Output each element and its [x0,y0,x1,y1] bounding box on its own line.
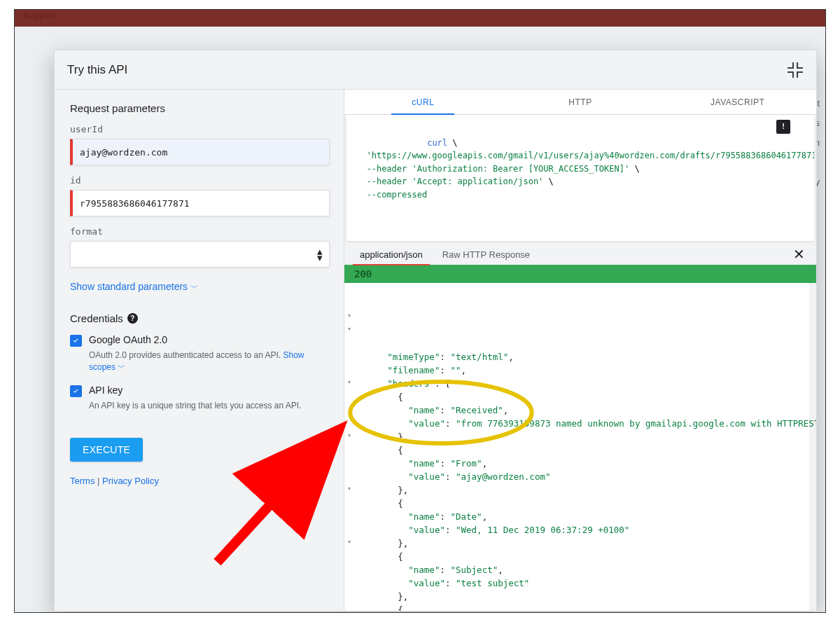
json-line: { [356,603,816,611]
request-parameters-title: Request parameters [70,102,330,114]
try-api-panel: Try this API Request parameters userId [54,50,817,611]
apikey-label: API key [89,385,122,396]
json-line: "value": "test subject" [356,576,816,590]
json-line: "value": "Wed, 11 Dec 2019 06:37:29 +010… [356,523,816,537]
json-line: "name": "Received", [356,403,816,417]
credentials-title: Credentials [70,312,123,324]
chevron-down-icon: ﹀ [190,283,198,291]
tab-http[interactable]: HTTP [502,90,659,114]
copy-icon[interactable] [794,120,808,134]
code-sample: ! curl \ 'https://www.googleapis.com/gma… [346,115,814,241]
json-line: }, [356,537,816,550]
show-standard-parameters-link[interactable]: Show standard parameters ﹀ [70,281,198,292]
status-code: 200 [344,265,816,283]
json-line: "name": "Subject", [356,563,816,576]
id-input[interactable] [70,190,330,216]
code-tabs: cURL HTTP JAVASCRIPT [344,90,816,115]
support-link[interactable]: Support [23,11,57,20]
info-icon[interactable]: ! [776,120,790,134]
format-select[interactable] [70,241,330,268]
panel-title: Try this API [67,63,127,77]
footer-links: Terms | Privacy Policy [70,476,330,486]
json-line: "value": "ajay@wordzen.com" [356,470,816,483]
json-line: }, [356,590,816,603]
format-label: format [70,226,330,237]
fold-toggle-icon[interactable]: ▾ [346,485,353,492]
fold-toggle-icon[interactable]: ▾ [346,379,353,386]
id-label: id [70,175,330,186]
json-line: { [356,443,816,457]
userid-input[interactable] [70,139,330,165]
json-line: { [356,550,816,563]
fold-toggle-icon[interactable]: ▾ [346,312,353,319]
fold-toggle-icon[interactable]: ▾ [346,432,353,439]
fold-toggle-icon[interactable]: ▾ [346,539,353,546]
terms-link[interactable]: Terms [70,476,94,486]
json-line: "name": "Date", [356,510,816,523]
json-line: { [356,497,816,510]
json-line: "value": "from 776393159873 named unknow… [356,417,816,430]
oauth-checkbox[interactable] [70,335,82,347]
execute-button[interactable]: EXECUTE [70,438,143,462]
json-line: "headers": [ [356,377,816,390]
apikey-desc: An API key is a unique string that lets … [89,400,330,412]
tab-curl[interactable]: cURL [344,90,502,114]
json-response[interactable]: ▾▾▾▾▾▾ "mimeType": "text/html", "filenam… [344,283,816,611]
apikey-checkbox[interactable] [70,385,82,397]
tab-raw-http[interactable]: Raw HTTP Response [433,244,540,265]
oauth-desc: OAuth 2.0 provides authenticated access … [89,350,330,373]
json-line: "mimeType": "text/html", [356,350,816,364]
json-line: { [356,390,816,403]
help-icon[interactable]: ? [127,313,138,324]
oauth-label: Google OAuth 2.0 [89,334,167,345]
response-tabs: application/json Raw HTTP Response ✕ [344,244,816,265]
scrollbar[interactable] [809,283,816,611]
json-line: "filename": "", [356,364,816,377]
privacy-link[interactable]: Privacy Policy [102,476,159,486]
json-line: }, [356,430,816,443]
close-icon[interactable]: ✕ [789,246,809,263]
json-line: "name": "From", [356,457,816,470]
collapse-icon[interactable] [787,62,804,78]
fold-toggle-icon[interactable]: ▾ [346,326,353,333]
tab-application-json[interactable]: application/json [350,244,433,265]
tab-javascript[interactable]: JAVASCRIPT [659,90,816,114]
chevron-down-icon: ﹀ [118,363,125,371]
userid-label: userId [70,124,330,134]
json-line: }, [356,483,816,497]
